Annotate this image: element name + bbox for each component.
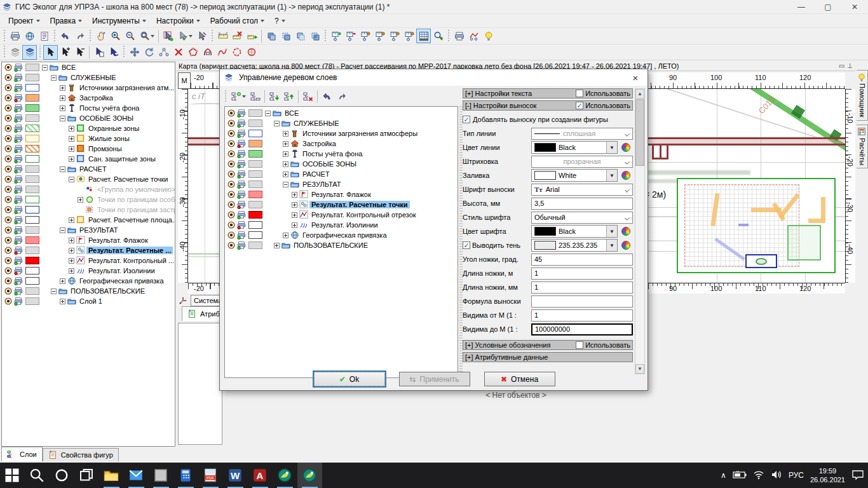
print-toggle-icon[interactable] — [14, 247, 23, 255]
tree-item-label[interactable]: Точки по границам особ... — [95, 196, 175, 203]
print-toggle-icon[interactable] — [14, 104, 23, 112]
collapse-tree-icon[interactable] — [248, 90, 262, 104]
checkbox-icon[interactable] — [576, 341, 583, 349]
expand-icon[interactable] — [60, 105, 65, 111]
layer-color-swatch[interactable] — [248, 150, 262, 158]
tree-row[interactable]: Результат. Изолинии — [225, 220, 458, 230]
print-toggle-icon[interactable] — [14, 74, 23, 82]
tree-row[interactable]: Точки по границам особ... — [2, 194, 175, 205]
tree-item-label[interactable]: Результат. Флажок — [86, 236, 150, 244]
visibility-eye-icon[interactable] — [4, 94, 13, 102]
collapse-icon[interactable] — [69, 177, 74, 182]
measure-c-icon[interactable] — [387, 29, 402, 43]
layer-color-swatch[interactable] — [25, 135, 39, 142]
close-button[interactable]: ✕ — [841, 0, 868, 14]
visibility-eye-icon[interactable] — [227, 160, 236, 168]
toolbar-grip[interactable] — [323, 30, 327, 43]
dialog-close-button[interactable]: × — [628, 71, 642, 84]
map-pin-icon[interactable]: ⊥ — [847, 62, 853, 69]
expand-icon[interactable] — [69, 258, 74, 264]
scroll-up-icon[interactable]: ▲ — [635, 89, 644, 98]
toolbar-grip[interactable] — [88, 30, 92, 43]
use-toggle[interactable]: ✓Использовать — [576, 102, 630, 109]
layer-color-swatch[interactable] — [25, 145, 39, 152]
visibility-eye-icon[interactable] — [4, 114, 13, 123]
collapse-icon[interactable] — [42, 65, 48, 71]
expand-icon[interactable] — [60, 278, 65, 284]
visibility-eye-icon[interactable] — [4, 206, 13, 214]
nodes-icon[interactable] — [156, 45, 171, 60]
prop-input[interactable] — [531, 295, 633, 308]
visibility-eye-icon[interactable] — [227, 231, 236, 240]
expand-icon[interactable] — [292, 202, 297, 208]
visibility-eye-icon[interactable] — [227, 191, 236, 199]
layer-color-swatch[interactable] — [248, 180, 262, 188]
minimize-button[interactable]: — — [788, 0, 815, 14]
chevron-down-icon[interactable]: ▼ — [606, 240, 617, 251]
section-legend[interactable]: [+] Условные обозначенияИспользовать — [463, 340, 633, 350]
tree-row[interactable]: Источники загрязнения атм... — [2, 83, 175, 93]
print-toggle-icon[interactable] — [237, 160, 246, 168]
add-object-icon[interactable] — [161, 29, 175, 43]
print-toggle-icon[interactable] — [14, 236, 23, 245]
layer-color-swatch[interactable] — [248, 140, 262, 147]
toolbar-grip[interactable] — [210, 30, 214, 43]
move-layer-down-icon[interactable] — [267, 90, 281, 104]
visibility-eye-icon[interactable] — [227, 150, 236, 158]
tree-row[interactable]: Посты учёта фона — [2, 103, 175, 113]
layer-color-swatch[interactable] — [248, 170, 262, 178]
color-dropdown[interactable]: Black▼ — [531, 225, 618, 238]
tree-item-label[interactable]: Результат. Расчетные ... — [86, 247, 173, 254]
expand-icon[interactable] — [69, 126, 74, 132]
print-toggle-icon[interactable] — [237, 130, 246, 138]
visibility-eye-icon[interactable] — [4, 277, 13, 285]
task-view-button[interactable] — [74, 463, 99, 488]
layer-front-icon[interactable] — [264, 29, 278, 43]
tree-item-label[interactable]: Сан. защитные зоны — [86, 155, 158, 163]
clock[interactable]: 19:5926.06.2021 — [810, 466, 845, 484]
layer-color-swatch[interactable] — [25, 257, 39, 264]
grid-mode-icon[interactable] — [416, 29, 431, 43]
prop-input[interactable]: 3,5 — [531, 198, 633, 210]
layer-color-swatch[interactable] — [25, 277, 39, 285]
tree-item-label[interactable]: РЕЗУЛЬТАТ — [78, 226, 119, 234]
prop-input[interactable]: 1 — [531, 309, 633, 322]
dock-tab-Расчёты[interactable]: Расчёты — [857, 125, 868, 168]
word-app[interactable]: W — [223, 463, 248, 488]
prop-select[interactable]: сплошная — [531, 128, 633, 140]
calculator-app[interactable] — [173, 463, 198, 488]
tree-item-label[interactable]: СЛУЖЕБНЫЕ — [69, 74, 118, 81]
expand-icon[interactable] — [69, 268, 74, 274]
toolbar-grip[interactable] — [53, 30, 57, 43]
tree-row[interactable]: Застройка — [225, 139, 458, 149]
measure-d-icon[interactable] — [402, 29, 416, 43]
expand-icon[interactable] — [60, 95, 65, 101]
move-layer-up-icon[interactable] — [281, 90, 296, 104]
use-toggle[interactable]: Использовать — [576, 341, 630, 349]
tree-row[interactable]: Географическая привязка — [225, 230, 458, 240]
select-remove-icon[interactable] — [72, 45, 87, 60]
visibility-eye-icon[interactable] — [4, 64, 13, 72]
layer-color-swatch[interactable] — [25, 94, 39, 102]
expand-icon[interactable] — [69, 248, 74, 254]
print-toggle-icon[interactable] — [14, 287, 23, 295]
visibility-eye-icon[interactable] — [4, 74, 13, 82]
tree-item-label[interactable]: Посты учёта фона — [78, 104, 141, 112]
visibility-eye-icon[interactable] — [227, 241, 236, 250]
print-toggle-icon[interactable] — [14, 125, 23, 133]
visibility-eye-icon[interactable] — [227, 201, 236, 209]
tree-item-label[interactable]: Географическая привязка — [78, 277, 166, 285]
layer-color-swatch[interactable] — [248, 109, 262, 117]
print-toggle-icon[interactable] — [237, 119, 246, 128]
expand-icon[interactable] — [283, 131, 288, 137]
visibility-eye-icon[interactable] — [4, 226, 13, 234]
visibility-eye-icon[interactable] — [4, 186, 13, 194]
gis-ecolog-app[interactable] — [273, 463, 297, 488]
visibility-eye-icon[interactable] — [4, 287, 13, 295]
print-toggle-icon[interactable] — [14, 186, 23, 194]
tree-item-label[interactable]: РАСЧЕТ — [78, 165, 109, 173]
visibility-eye-icon[interactable] — [4, 247, 13, 255]
tree-row[interactable]: Расчет. Расчетные точки — [2, 174, 175, 184]
toolbar-grip[interactable] — [3, 30, 6, 43]
tree-row[interactable]: <Группа по умолчанию> — [2, 184, 175, 194]
